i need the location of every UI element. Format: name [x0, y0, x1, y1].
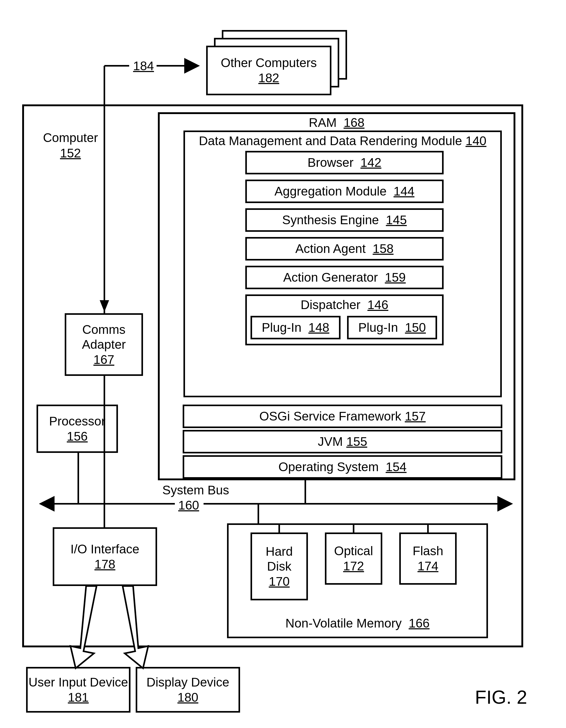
dmdr-label: Data Management and Data Rendering Modul…: [183, 134, 502, 148]
browser-label: Browser 142: [308, 155, 382, 170]
user-input-device-ref: 181: [68, 690, 89, 705]
hard-disk-name2: Disk: [267, 559, 291, 574]
display-device-ref: 180: [177, 690, 198, 705]
flash-ref: 174: [418, 559, 438, 574]
computer-label: Computer 152: [33, 131, 108, 160]
osgi-label: OSGi Service Framework 157: [259, 409, 426, 424]
processor-ref: 156: [67, 429, 88, 444]
comms-ref: 167: [93, 352, 114, 367]
synthesis-name: Synthesis Engine: [282, 213, 379, 227]
optical-ref: 172: [343, 559, 364, 574]
comms-name2: Adapter: [82, 337, 126, 352]
action-agent-label: Action Agent 158: [295, 241, 394, 256]
display-device-name: Display Device: [146, 675, 229, 690]
plugin-150-label: Plug-In 150: [358, 320, 426, 335]
osgi-box: OSGi Service Framework 157: [183, 405, 502, 428]
synthesis-ref: 145: [386, 213, 407, 227]
dispatcher-ref: 146: [367, 298, 388, 312]
osgi-ref: 157: [405, 409, 426, 423]
io-interface-name: I/O Interface: [70, 542, 139, 557]
ram-name: RAM: [309, 116, 337, 129]
aggregation-ref: 144: [394, 184, 414, 198]
os-name: Operating System: [278, 460, 379, 474]
ram-ref: 168: [344, 116, 365, 129]
display-device-box: Display Device 180: [136, 667, 240, 713]
browser-box: Browser 142: [245, 151, 444, 174]
aggregation-label: Aggregation Module 144: [275, 184, 414, 199]
synthesis-label: Synthesis Engine 145: [282, 212, 407, 228]
action-agent-name: Action Agent: [295, 242, 366, 256]
other-computers-card: Other Computers 182: [206, 46, 331, 95]
flash-box: Flash 174: [399, 532, 457, 585]
computer-ref: 152: [33, 146, 108, 160]
aggregation-name: Aggregation Module: [275, 184, 387, 198]
computer-name: Computer: [33, 131, 108, 145]
hard-disk-box: Hard Disk 170: [251, 532, 308, 600]
nvmem-ref: 166: [409, 616, 430, 630]
action-generator-box: Action Generator 159: [245, 266, 444, 289]
io-interface-ref: 178: [94, 557, 115, 572]
browser-name: Browser: [308, 156, 354, 169]
flash-name: Flash: [413, 543, 443, 559]
other-computers-ref: 182: [258, 70, 279, 86]
jvm-ref: 155: [346, 435, 367, 448]
io-interface-box: I/O Interface 178: [53, 527, 157, 586]
user-input-device-box: User Input Device 181: [26, 667, 130, 713]
plugin-148-label: Plug-In 148: [262, 320, 329, 335]
nvmem-label: Non-Volatile Memory 166: [227, 616, 488, 630]
plugin-148-ref: 148: [308, 321, 329, 334]
dispatcher-name: Dispatcher: [301, 298, 360, 312]
comms-name1: Comms: [82, 322, 125, 337]
other-computers-label: Other Computers: [221, 55, 317, 70]
system-bus-label: System Bus: [154, 483, 237, 497]
aggregation-box: Aggregation Module 144: [245, 180, 444, 203]
processor-name: Processor: [49, 414, 105, 429]
jvm-label: JVM 155: [318, 434, 367, 449]
figure-label: FIG. 2: [462, 686, 540, 708]
action-generator-name: Action Generator: [283, 270, 378, 284]
osgi-name: OSGi Service Framework: [259, 409, 401, 423]
system-bus-name: System Bus: [162, 483, 229, 497]
user-input-device-name: User Input Device: [28, 675, 128, 690]
processor-box: Processor 156: [37, 405, 118, 453]
plugin-150-box: Plug-In 150: [347, 316, 437, 339]
os-label: Operating System 154: [278, 459, 407, 475]
system-bus-ref: 160: [176, 498, 202, 512]
jvm-box: JVM 155: [183, 430, 502, 453]
jvm-name: JVM: [318, 435, 343, 448]
dmdr-name: Data Management and Data Rendering Modul…: [199, 134, 462, 148]
hard-disk-ref: 170: [269, 574, 290, 589]
browser-ref: 142: [360, 156, 381, 169]
plugin-148-box: Plug-In 148: [251, 316, 341, 339]
action-generator-ref: 159: [385, 270, 406, 284]
hard-disk-name1: Hard: [266, 544, 293, 559]
os-ref: 154: [386, 460, 407, 474]
plugin-150-ref: 150: [405, 321, 426, 334]
comms-adapter-box: Comms Adapter 167: [65, 313, 143, 376]
action-generator-label: Action Generator 159: [283, 270, 406, 285]
optical-name: Optical: [334, 543, 373, 559]
dispatcher-label: Dispatcher 146: [245, 298, 444, 312]
action-agent-box: Action Agent 158: [245, 237, 444, 261]
plugin-148-name: Plug-In: [262, 321, 301, 334]
link-184-label: 184: [130, 59, 157, 73]
synthesis-box: Synthesis Engine 145: [245, 208, 444, 232]
plugin-150-name: Plug-In: [358, 321, 398, 334]
ram-label: RAM 168: [158, 115, 515, 130]
action-agent-ref: 158: [373, 242, 394, 256]
dmdr-ref: 140: [466, 134, 486, 148]
nvmem-name: Non-Volatile Memory: [285, 616, 402, 630]
os-box: Operating System 154: [183, 455, 502, 479]
optical-box: Optical 172: [325, 532, 382, 585]
